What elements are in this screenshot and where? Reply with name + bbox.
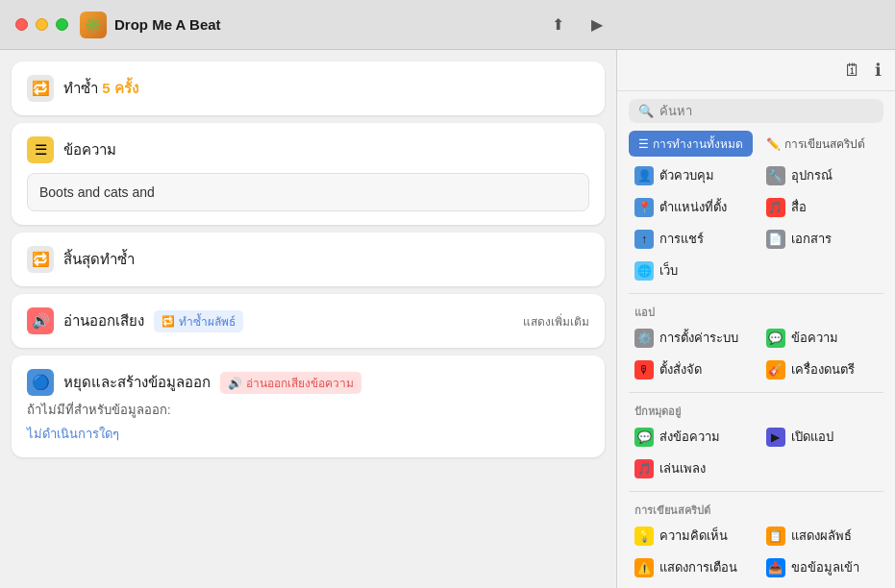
info-button[interactable]: ℹ [873,58,883,83]
speak-card-title: อ่านออกเสียง [63,309,144,332]
sidebar-content: 👤 ตัวควบคุม 🔧 อุปกรณ์ 📍 ตำแหน่งที่ตั้ง 🎵… [617,160,895,588]
search-bar: 🔍 [629,99,883,123]
sidebar-item-choose-menu[interactable]: ☰ เลือกจากเมนู [760,584,884,588]
wait-card: 🔵 หยุดและสร้างข้อมูลออก 🔊 อ่านออกเสียงข้… [12,355,605,457]
sidebar-item-devices[interactable]: 🔧 อุปกรณ์ [760,160,884,190]
speak-icon: 🔊 [27,307,54,334]
controls-label: ตัวควบคุม [659,165,714,185]
share-button[interactable]: ⬆ [548,12,568,37]
web-icon: 🌐 [634,261,654,281]
maximize-button[interactable] [56,18,68,31]
docs-label: เอกสาร [791,229,832,249]
play-music-icon: 🎵 [634,459,654,478]
speak-card: 🔊 อ่านออกเสียง 🔁 ทำซ้ำผลัพธ์ แสดงเพิ่มเต… [12,294,605,348]
location-icon: 📍 [634,198,654,217]
media-label: สื่อ [791,197,807,217]
end-repeat-card-title: สิ้นสุดทำซ้ำ [63,248,135,271]
speak-tag-text: ทำซ้ำผลัพธ์ [179,312,236,331]
show-result-icon: 📋 [766,527,785,546]
close-button[interactable] [15,18,28,31]
tab-scripting-label: การเขียนสคริปต์ [784,135,865,153]
show-more-link[interactable]: แสดงเพิ่มเติม [523,312,589,331]
sidebar-item-controls[interactable]: 👤 ตัวควบคุม [629,160,753,190]
sidebar-item-share[interactable]: ↑ การแชร์ [629,224,753,254]
minimize-button[interactable] [36,18,48,31]
repeat-card: 🔁 ทำซ้ำ 5 ครั้ง [12,61,605,115]
add-shortcut-button[interactable]: 🗓 [842,59,863,83]
sidebar-item-location[interactable]: 📍 ตำแหน่งที่ตั้ง [629,192,753,222]
devices-icon: 🔧 [766,166,785,185]
sidebar-item-messages-app[interactable]: 💬 ข้อความ [760,323,884,353]
tab-all-actions-icon: ☰ [638,137,649,151]
show-alert-label: แสดงการเตือน [659,557,737,577]
sidebar-item-settings[interactable]: ⚙️ การตั้งค่าระบบ [629,323,753,353]
sidebar-item-send-message[interactable]: 💬 ส่งข้อความ [629,422,753,452]
sidebar-item-voice-control[interactable]: 🎙 ตั้งสั่งจัด [629,355,753,384]
titlebar-actions: ⬆ ▶ [548,12,607,37]
ask-input-icon: 📥 [766,558,785,577]
app-title: Drop Me A Beat [114,16,221,33]
wait-card-title: หยุดและสร้างข้อมูลออก 🔊 อ่านออกเสียงข้อค… [63,371,361,395]
voice-control-icon: 🎙 [634,360,654,380]
read-badge: 🔊 อ่านออกเสียงข้อความ [220,372,361,394]
message-card-header: ☰ ข้อความ [27,136,589,163]
messages-app-icon: 💬 [766,329,785,348]
sidebar-item-show-result[interactable]: 📋 แสดงผลัพธ์ [760,521,884,551]
devices-label: อุปกรณ์ [791,165,833,185]
tab-scripting[interactable]: ✏️ การเขียนสคริปต์ [757,131,875,157]
sidebar-item-comment[interactable]: 💡 ความคิดเห็น [629,521,753,551]
messages-app-label: ข้อความ [791,328,838,348]
share-label: การแชร์ [659,229,704,249]
share-icon: ↑ [634,230,654,249]
show-alert-icon: ⚠️ [634,558,654,577]
tab-scripting-icon: ✏️ [766,137,781,151]
sidebar-item-play-music[interactable]: 🎵 เล่นเพลง [629,453,753,483]
play-music-label: เล่นเพลง [659,458,706,478]
tab-all-actions[interactable]: ☰ การทำงานทั้งหมด [629,131,753,157]
sidebar-item-ask-input[interactable]: 📥 ขอข้อมูลเข้า [760,552,884,582]
sidebar-item-open-app[interactable]: ▶ เปิดแอป [760,422,884,452]
wait-condition-link[interactable]: ไม่ดำเนินการใดๆ [27,427,119,441]
message-body-text: Boots and cats and [39,184,155,200]
instruments-icon: 🎸 [766,360,785,380]
settings-icon: ⚙️ [634,329,654,348]
sidebar-item-media[interactable]: 🎵 สื่อ [760,192,884,222]
send-message-label: ส่งข้อความ [659,427,720,447]
divider-2 [629,392,883,393]
docs-icon: 📄 [766,230,785,249]
wait-condition-label: ถ้าไม่มีที่สำหรับข้อมูลออก: [27,400,589,420]
play-button[interactable]: ▶ [587,12,607,37]
wait-icon: 🔵 [27,369,54,396]
show-result-label: แสดงผลัพธ์ [791,526,852,546]
message-card-title: ข้อความ [63,138,116,161]
search-icon: 🔍 [638,104,654,118]
sidebar-item-docs[interactable]: 📄 เอกสาร [760,224,884,254]
wait-condition-value: ไม่ดำเนินการใดๆ [27,424,589,444]
search-input[interactable] [659,104,874,118]
web-label: เว็บ [659,260,678,281]
app-icon: ✳️ [80,12,107,38]
sidebar-item-web[interactable]: 🌐 เว็บ [629,256,753,285]
open-app-label: เปิดแอป [791,427,833,447]
sidebar-item-show-alert[interactable]: ⚠️ แสดงการเตือน [629,552,753,582]
message-card: ☰ ข้อความ Boots and cats and [12,123,605,225]
sidebar-item-instruments[interactable]: 🎸 เครื่องดนตรี [760,355,884,384]
end-repeat-icon: 🔁 [27,246,54,273]
app-grid: ⚙️ การตั้งค่าระบบ 💬 ข้อความ 🎙 ตั้งสั่งจั… [629,323,883,384]
tab-all-actions-label: การทำงานทั้งหมด [653,135,743,153]
comment-icon: 💡 [634,527,654,546]
speak-tag-badge[interactable]: 🔁 ทำซ้ำผลัพธ์ [154,310,243,332]
send-message-icon: 💬 [634,428,654,447]
right-panel-header: 🗓 ℹ [617,50,895,91]
media-icon: 🎵 [766,198,785,217]
pinned-grid: 💬 ส่งข้อความ ▶ เปิดแอป 🎵 เล่นเพลง [629,422,883,483]
ask-input-label: ขอข้อมูลเข้า [791,557,859,577]
voice-control-label: ตั้งสั่งจัด [659,359,702,380]
repeat-card-title: ทำซ้ำ 5 ครั้ง [63,77,138,100]
message-icon: ☰ [27,136,54,163]
instruments-label: เครื่องดนตรี [791,359,855,380]
section-scripting: การเขียนสคริปต์ [629,496,883,521]
divider-3 [629,491,883,492]
sidebar-item-number[interactable]: # จำนวน [629,584,753,588]
message-card-body[interactable]: Boots and cats and [27,173,589,211]
